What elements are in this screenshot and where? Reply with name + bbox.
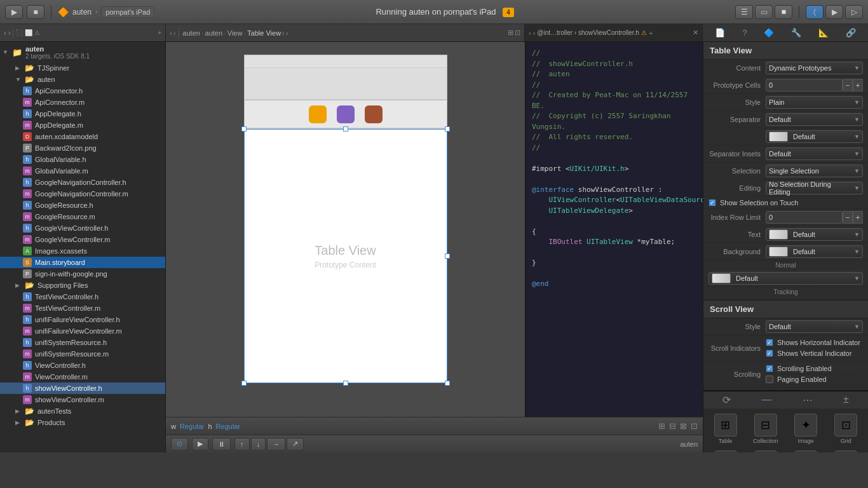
step-into-btn[interactable]: ↓ <box>251 438 266 451</box>
file-signin-png[interactable]: P sign-in-with-google.png <box>0 268 165 280</box>
code-editor[interactable]: // // showViewController.h // auten // /… <box>525 42 703 417</box>
resize-handle-tr[interactable] <box>445 126 450 132</box>
lib-item-1[interactable]: ⊞ Table <box>706 411 745 447</box>
prototype-cells-increment[interactable]: + <box>853 79 863 92</box>
text-dropdown[interactable]: Default ▼ <box>766 228 863 241</box>
index-increment[interactable]: + <box>853 211 863 224</box>
nav-forward-btn[interactable]: › <box>8 29 11 37</box>
group-products[interactable]: ▶ 📂 Products <box>0 417 165 428</box>
lib-item-6[interactable]: ⊕ Detail <box>746 448 785 452</box>
group-tjspinner[interactable]: ▶ 📂 TJSpinner <box>0 62 165 74</box>
status-btn-2[interactable]: ⊟ <box>669 421 676 431</box>
file-apiconnector-h[interactable]: h ApiConnector.h <box>0 85 165 97</box>
nav-issues-icon[interactable]: ⚠ <box>34 29 40 36</box>
assistant-editor-btn[interactable]: ▶ <box>825 5 843 19</box>
status-btn-4[interactable]: ⊡ <box>691 421 698 431</box>
step-out-btn[interactable]: → <box>267 438 285 451</box>
file-images-xcassets[interactable]: A Images.xcassets <box>0 245 165 257</box>
inspector-tab-file[interactable]: 📄 <box>715 28 725 37</box>
file-appdelegate-h[interactable]: h AppDelegate.h <box>0 108 165 119</box>
bc-nav-back2[interactable]: ‹ <box>282 29 285 37</box>
lib-item-3[interactable]: ✦ Image <box>787 411 825 447</box>
file-appdelegate-m[interactable]: m AppDelegate.m <box>0 119 165 131</box>
resize-handle-mr[interactable] <box>445 254 450 259</box>
scrolling-checkbox[interactable]: ✓ <box>766 365 773 372</box>
version-editor-btn[interactable]: ▷ <box>845 5 863 19</box>
tracking-control[interactable]: Default ▼ <box>709 272 863 285</box>
nav-filter-icon[interactable]: ⬛ <box>15 29 23 36</box>
w-value[interactable]: Regular <box>180 423 205 430</box>
play-btn[interactable]: ▶ <box>192 438 208 451</box>
file-showvc-h[interactable]: h showViewController.h <box>0 383 165 394</box>
nav-add-btn[interactable]: + <box>158 29 161 36</box>
tracking-dropdown[interactable]: Default ▼ <box>709 272 863 285</box>
run-button[interactable]: ▶ <box>5 5 23 19</box>
file-googleresource-h[interactable]: h GoogleResource.h <box>0 200 165 211</box>
lib-icon-minus-plus[interactable]: ± <box>843 394 849 406</box>
bc-view[interactable]: View <box>227 29 243 37</box>
selection-dropdown[interactable]: Single Selection ▼ <box>766 165 863 177</box>
table-view-container[interactable]: Table View Prototype Content <box>244 129 447 383</box>
file-globalvariable-m[interactable]: m GlobalVariable.m <box>0 165 165 177</box>
step-over-btn[interactable]: ↑ <box>234 438 250 451</box>
lib-icon-loading[interactable]: ⟳ <box>722 394 731 406</box>
index-decrement[interactable]: − <box>843 211 853 224</box>
file-googleresource-m[interactable]: m GoogleResource.m <box>0 211 165 222</box>
resize-handle-bl[interactable] <box>241 381 247 386</box>
file-unifisys-h[interactable]: h unifiSystemResource.h <box>0 337 165 348</box>
inspector-tab-size[interactable]: 📐 <box>818 28 829 37</box>
group-autentests[interactable]: ▶ 📂 autenTests <box>0 405 165 417</box>
canvas-area[interactable]: Table View Prototype Content <box>166 42 525 417</box>
file-testvc-h[interactable]: h TestViewController.h <box>0 291 165 302</box>
inspector-toggle[interactable]: ◽ <box>775 5 792 19</box>
stop-button[interactable]: ■ <box>27 5 44 19</box>
code-bc-add[interactable]: + <box>649 29 653 37</box>
lib-item-2[interactable]: ⊟ Collection <box>746 411 785 447</box>
style-dropdown[interactable]: Plain ▼ <box>766 96 863 109</box>
lib-item-7[interactable]: ⊗ Nav <box>787 448 825 452</box>
project-root[interactable]: ▼ 📁 auten 2 targets, iOS SDK 8.1 <box>0 42 165 62</box>
resize-handle-br[interactable] <box>445 381 450 386</box>
editing-dropdown[interactable]: No Selection During Editing ▼ <box>766 182 863 194</box>
file-vc-h[interactable]: h ViewController.h <box>0 360 165 371</box>
bc-auten-1[interactable]: auten <box>182 29 200 37</box>
code-bc-fwd[interactable]: › <box>533 29 536 37</box>
device-label[interactable]: pornpat's iPad <box>101 6 154 18</box>
file-xcdatamodeld[interactable]: D auten.xcdatamodeld <box>0 131 165 142</box>
separator-insets-dropdown[interactable]: Default ▼ <box>766 147 863 160</box>
index-row-limit-stepper[interactable]: − + <box>843 211 863 224</box>
status-btn-3[interactable]: ⊠ <box>680 421 687 431</box>
prototype-cells-stepper[interactable]: − + <box>843 79 863 92</box>
horizontal-checkbox[interactable]: ✓ <box>766 339 773 346</box>
continue-btn[interactable]: ↗ <box>287 438 304 451</box>
inspector-tab-identity[interactable]: 🔷 <box>764 28 774 37</box>
bc-back-btn[interactable]: ‹ <box>170 29 172 37</box>
code-bc-close[interactable]: ✕ <box>693 29 698 37</box>
file-showvc-m[interactable]: m showViewController.m <box>0 394 165 405</box>
warning-badge[interactable]: 4 <box>503 8 514 17</box>
lib-item-4[interactable]: ⊡ Grid <box>827 411 865 447</box>
resize-handle-tl[interactable] <box>241 126 247 132</box>
content-dropdown[interactable]: Dynamic Prototypes ▼ <box>766 62 863 74</box>
lib-item-8[interactable]: ⊘ Tab <box>827 448 865 452</box>
background-dropdown[interactable]: Default ▼ <box>766 245 863 258</box>
separator-dropdown[interactable]: Default ▼ <box>766 113 863 126</box>
status-btn-1[interactable]: ⊞ <box>658 421 665 431</box>
file-unifisys-m[interactable]: m unifiSystemResource.m <box>0 348 165 360</box>
bc-table-view[interactable]: Table View <box>247 29 281 37</box>
bc-forward-btn[interactable]: › <box>173 29 176 37</box>
scheme-picker[interactable]: ⊙ <box>171 438 188 451</box>
inspector-tab-connections[interactable]: 🔗 <box>846 28 856 37</box>
file-backward2icon[interactable]: P Backward2Icon.png <box>0 142 165 154</box>
file-googlenav-h[interactable]: h GoogleNavigationController.h <box>0 177 165 188</box>
navigator-toggle[interactable]: ☰ <box>735 5 753 19</box>
vertical-checkbox[interactable]: ✓ <box>766 349 773 357</box>
prototype-cells-decrement[interactable]: − <box>843 79 853 92</box>
file-googlevc-m[interactable]: m GoogleViewController.m <box>0 234 165 245</box>
separator-color-dropdown[interactable]: Default ▼ <box>766 130 863 143</box>
file-googlevc-h[interactable]: h GoogleViewController.h <box>0 222 165 234</box>
file-googlenav-m[interactable]: m GoogleNavigationController.m <box>0 188 165 200</box>
paging-checkbox[interactable] <box>766 376 773 383</box>
resize-handle-tm[interactable] <box>343 126 348 132</box>
lib-item-5[interactable]: ⊠ Split <box>706 448 745 452</box>
